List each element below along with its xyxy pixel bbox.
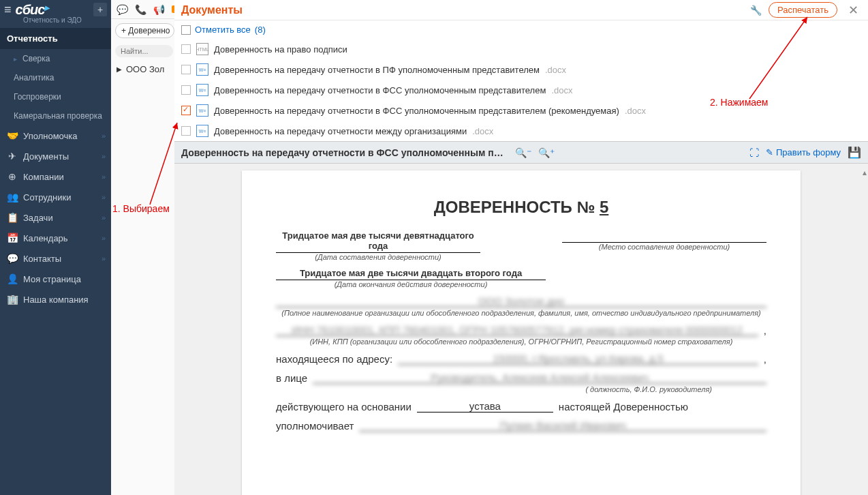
calendar-icon: 📅 (7, 232, 18, 243)
end-date-value: Тридцатое мая две тысячи двадцать второг… (276, 268, 546, 280)
word-icon: W≡ (196, 84, 208, 96)
chevron-icon: » (102, 132, 106, 140)
doc-heading: ДОВЕРЕННОСТЬ № 5 (276, 198, 766, 217)
sidebar-item-contacts[interactable]: 💬Контакты» (0, 248, 111, 269)
authorize-label: уполномочивает (276, 420, 354, 432)
doc-row-selected[interactable]: W≡Доверенность на передачу отчетности в … (174, 100, 868, 121)
basis-label: действующего на основании (276, 401, 412, 412)
people-icon: 👥 (7, 192, 18, 202)
sidebar: ≡ сбис▸ + Отчетность и ЭДО Отчетность ▸С… (0, 0, 111, 495)
select-all-count: (8) (255, 25, 266, 35)
select-all-label: Отметить все (195, 25, 251, 35)
chevron-icon: » (102, 213, 106, 222)
chevron-icon: » (102, 152, 106, 160)
sidebar-item-upolnomochka[interactable]: 🤝Уполномочка» (0, 125, 111, 146)
org-row[interactable]: ▶ООО Зол (111, 60, 179, 78)
chevron-icon: » (102, 254, 106, 262)
date-caption: (Дата составления доверенности) (276, 253, 480, 261)
document-list: HTMLДоверенность на право подписи W≡Дове… (174, 39, 868, 141)
chat-icon[interactable]: 💬 (117, 4, 128, 15)
print-button[interactable]: Распечатать (769, 2, 837, 18)
inn-caption: (ИНН, КПП (организации или обособленного… (276, 338, 766, 346)
add-button[interactable]: + (93, 3, 107, 16)
chevron-icon: » (102, 234, 106, 242)
avatar-icon: 👤 (7, 273, 18, 284)
html-icon: HTML (196, 43, 208, 55)
checkbox-checked[interactable] (181, 106, 191, 115)
document-preview[interactable]: ▴ ДОВЕРЕННОСТЬ № 5 Тридцатое мая две тыс… (174, 164, 868, 495)
building-icon: 🏢 (7, 294, 18, 305)
doc-row[interactable]: W≡Доверенность на передачу отчетности в … (174, 80, 868, 100)
address-label: находящееся по адресу: (276, 353, 392, 365)
org-column: 💬 📞 📢 1 + Доверенно ▶ООО Зол (111, 0, 179, 495)
wrench-icon[interactable]: 🔧 (750, 5, 762, 16)
sidebar-item-ourcompany[interactable]: 🏢Наша компания (0, 289, 111, 310)
doc-row[interactable]: W≡Доверенность на передачу отчетности в … (174, 59, 868, 80)
bell-icon[interactable]: 📢 (153, 4, 165, 15)
end-date-caption: (Дата окончания действия доверенности) (276, 280, 546, 288)
preview-title: Доверенность на передачу отчетности в ФС… (181, 147, 508, 158)
arrow-icon: ▶ (117, 65, 122, 73)
main-header: Документы 🔧 Распечатать ✕ (174, 0, 868, 20)
chat-icon: 💬 (7, 253, 18, 264)
person-blurred: Руководитель, Алексеев Алексей Алексееви… (313, 372, 766, 384)
pencil-icon: ✎ (766, 147, 773, 158)
sidebar-section-reporting[interactable]: Отчетность (0, 28, 111, 49)
chevron-icon: » (102, 193, 106, 201)
phone-icon[interactable]: 📞 (135, 4, 146, 15)
zoom-in-icon[interactable]: 🔍⁺ (538, 147, 555, 158)
authorize-blurred: Пупкин Василий Иванович (359, 419, 766, 432)
place-caption: (Место составления доверенности) (562, 243, 766, 251)
expand-icon[interactable]: ⛶ (749, 147, 759, 158)
document-page: ДОВЕРЕННОСТЬ № 5 Тридцатое мая две тысяч… (242, 170, 801, 495)
checkbox[interactable] (181, 65, 191, 74)
send-icon: ✈ (7, 151, 18, 162)
chevron-icon: » (102, 172, 106, 181)
address-blurred: 150000, г.Ярославль, ул.Кирова, д.5 (398, 352, 758, 365)
save-icon[interactable]: 💾 (848, 146, 861, 159)
org-caption: (Полное наименование организации или обо… (276, 309, 766, 317)
sidebar-item-sverka[interactable]: ▸Сверка (0, 49, 111, 68)
checkbox[interactable] (181, 85, 191, 95)
basis-value: устава (417, 400, 553, 412)
person-label: в лице (276, 372, 307, 384)
word-icon: W≡ (196, 125, 208, 137)
main-panel: Документы 🔧 Распечатать ✕ Отметить все (… (174, 0, 868, 495)
sidebar-item-kameral[interactable]: Камеральная проверка (0, 106, 111, 125)
select-all-checkbox[interactable] (181, 25, 191, 35)
sidebar-item-tasks[interactable]: 📋Задачи» (0, 207, 111, 228)
zoom-out-icon[interactable]: 🔍⁻ (515, 147, 531, 158)
close-icon[interactable]: ✕ (846, 3, 861, 18)
sidebar-item-documents[interactable]: ✈Документы» (0, 146, 111, 166)
add-doverennost-button[interactable]: + Доверенно (115, 23, 174, 38)
sidebar-item-gosproverki[interactable]: Госпроверки (0, 87, 111, 106)
select-all-row[interactable]: Отметить все (8) (174, 20, 868, 39)
sidebar-item-mypage[interactable]: 👤Моя страница (0, 269, 111, 289)
person-caption: ( должность, Ф.И.О. руководителя) (276, 385, 766, 393)
checkbox[interactable] (181, 44, 191, 54)
word-icon: W≡ (196, 63, 208, 76)
logo-subtitle: Отчетность и ЭДО (0, 16, 111, 24)
preview-toolbar: Доверенность на передачу отчетности в ФС… (174, 141, 868, 164)
date-value: Тридцатое мая две тысячи девятнадцатого … (276, 230, 480, 253)
sidebar-item-employees[interactable]: 👥Сотрудники» (0, 187, 111, 207)
basis-suffix: настоящей Доверенностью (559, 401, 688, 412)
page-title: Документы (181, 4, 243, 16)
globe-icon: ⊕ (7, 171, 18, 182)
org-name-blurred: ООО Золотое дно (276, 295, 766, 308)
edit-form-link[interactable]: ✎Править форму (766, 147, 841, 158)
logo: сбис▸ (16, 2, 49, 18)
sidebar-item-calendar[interactable]: 📅Календарь» (0, 228, 111, 248)
inn-blurred: ИНН 7610010001, КПП 760401001, ОГРН 1057… (276, 324, 758, 336)
sidebar-item-companies[interactable]: ⊕Компании» (0, 166, 111, 187)
scroll-up-icon[interactable]: ▴ (863, 168, 867, 177)
search-input[interactable] (115, 45, 173, 57)
clipboard-icon: 📋 (7, 212, 18, 223)
doc-row[interactable]: HTMLДоверенность на право подписи (174, 39, 868, 59)
checkbox[interactable] (181, 126, 191, 136)
doc-row[interactable]: W≡Доверенность на передачу отчетности ме… (174, 121, 868, 141)
sidebar-item-analytics[interactable]: Аналитика (0, 68, 111, 87)
word-icon: W≡ (196, 104, 208, 117)
place-value (562, 230, 766, 243)
hamburger-icon[interactable]: ≡ (4, 3, 12, 17)
